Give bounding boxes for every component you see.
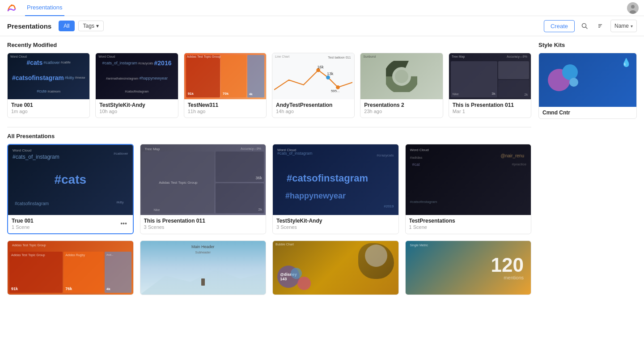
svg-text:13k: 13k xyxy=(327,72,334,76)
toolbar: Presentations All Tags ▾ Create Name ▾ xyxy=(0,16,644,36)
style-kit-name: Cmnd Cntr xyxy=(542,110,633,116)
all-card-1-2[interactable]: Bubble Chart @disney143 xyxy=(272,240,399,295)
content-area: Recently Modified #cats #catlover #catli… xyxy=(7,42,531,301)
create-button[interactable]: Create xyxy=(544,20,575,32)
logo[interactable] xyxy=(5,2,18,14)
all-card-0-3[interactable]: @nair_renu #adidas #cat #practice #catso… xyxy=(405,144,532,234)
svg-point-0 xyxy=(11,4,13,6)
top-nav: Presentations xyxy=(0,0,644,16)
all-presentations-row-0: #cats #cats_of_instagram #catlover #cats… xyxy=(7,144,531,234)
all-card-1-0[interactable]: Adidas Test Topic Group 91k Adidas Rugby… xyxy=(7,240,134,295)
sidebar-right: Style Kits 💧 Cmnd Cntr xyxy=(538,42,637,301)
style-kit-cmnd-cntr[interactable]: 💧 Cmnd Cntr xyxy=(538,53,637,119)
all-card-0-0[interactable]: #cats #cats_of_instagram #catlover #cats… xyxy=(7,144,134,234)
recent-card-1[interactable]: #cats_of_instagram #crazycats #2016 #ani… xyxy=(95,53,178,118)
all-card-0-2[interactable]: #catsofinstagram #happynewyear #cats_of_… xyxy=(272,144,399,234)
toolbar-title: Presentations xyxy=(7,22,51,30)
all-card-0-1[interactable]: Adidas Test Topic Group 36k 2k Tree Map … xyxy=(140,144,267,234)
svg-point-17 xyxy=(395,70,408,83)
recent-card-5[interactable]: Tree Map Accuracy—9% 3k 2k Nike This is … xyxy=(449,53,531,118)
nav-tab-presentations[interactable]: Presentations xyxy=(25,0,64,16)
recent-card-2[interactable]: 91k 70k 4k Adidas Test Topic Group TestN… xyxy=(184,53,267,118)
all-card-1-3[interactable]: Single Metric 120 mentions xyxy=(405,240,532,295)
recent-card-0[interactable]: #cats #catlover #catlife #catsofinstagra… xyxy=(7,53,90,118)
more-options-button-0-0[interactable]: ••• xyxy=(119,218,129,229)
svg-text:16k: 16k xyxy=(317,65,324,69)
svg-point-2 xyxy=(631,5,635,8)
svg-line-5 xyxy=(585,27,587,29)
filter-tags-button[interactable]: Tags ▾ xyxy=(78,21,104,31)
svg-point-3 xyxy=(630,10,636,14)
sort-selector[interactable]: Name ▾ xyxy=(610,20,637,32)
all-presentations-title: All Presentations xyxy=(7,133,531,139)
toolbar-right: Create Name ▾ xyxy=(544,20,637,32)
recently-modified-grid: #cats #catlover #catlife #catsofinstagra… xyxy=(7,53,531,118)
all-card-1-1[interactable]: Main Header Subheader xyxy=(140,240,267,295)
user-avatar[interactable] xyxy=(627,2,639,14)
style-kits-title: Style Kits xyxy=(538,42,637,48)
recent-card-4[interactable]: Sunburst Presentations 2 23h ago xyxy=(360,53,443,118)
bubble-small xyxy=(569,78,578,87)
main-content: Recently Modified #cats #catlover #catli… xyxy=(0,36,644,307)
search-icon[interactable] xyxy=(578,20,591,32)
filter-all-button[interactable]: All xyxy=(59,21,74,31)
nav-right xyxy=(627,2,639,14)
all-presentations-row-1: Adidas Test Topic Group 91k Adidas Rugby… xyxy=(7,240,531,295)
recent-card-3[interactable]: Line Chart Test balloon 011 16k 13k 595.… xyxy=(272,53,355,118)
recently-modified-title: Recently Modified xyxy=(7,42,531,48)
droplet-icon: 💧 xyxy=(621,58,631,67)
svg-point-11 xyxy=(326,76,330,80)
sort-icon[interactable] xyxy=(594,20,607,32)
svg-text:595...: 595... xyxy=(331,89,339,93)
